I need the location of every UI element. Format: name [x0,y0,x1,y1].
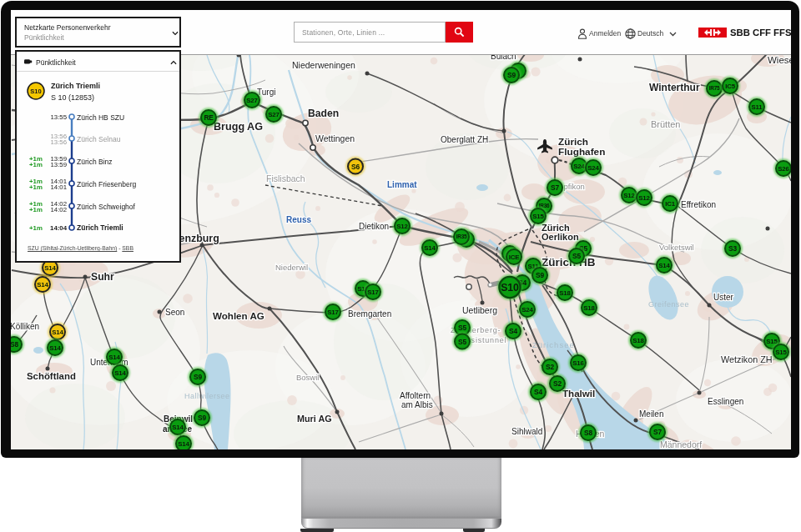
svg-text:S8: S8 [11,340,18,349]
svg-text:S14: S14 [44,264,56,272]
svg-text:S14: S14 [49,344,61,352]
svg-text:S14: S14 [52,329,63,336]
svg-text:S6: S6 [351,163,360,171]
svg-text:Bremgarten: Bremgarten [348,309,391,319]
svg-text:IC1: IC1 [665,200,675,208]
svg-text:Suhr: Suhr [91,271,114,283]
svg-text:Niederweningen: Niederweningen [292,60,355,70]
svg-text:S2: S2 [553,379,562,388]
svg-text:S2: S2 [546,363,554,371]
svg-text:S5: S5 [458,338,466,346]
svg-text:Uetliberg: Uetliberg [462,305,497,315]
svg-text:Oerlikon: Oerlikon [542,232,579,242]
svg-text:S9: S9 [536,271,544,279]
svg-text:Wiesendangen: Wiesendangen [768,55,791,65]
svg-text:S10: S10 [501,282,519,294]
svg-text:S4: S4 [534,388,542,396]
svg-text:S27: S27 [246,97,257,104]
svg-text:Esslingen: Esslingen [708,397,743,406]
svg-text:S14: S14 [658,262,670,269]
svg-text:S15: S15 [775,349,787,356]
svg-text:Effretikon: Effretikon [681,200,716,209]
svg-text:S9: S9 [507,71,516,79]
svg-text:Wettingen: Wettingen [315,133,355,143]
svg-text:RE: RE [204,113,214,122]
svg-text:Oberglatt ZH: Oberglatt ZH [441,135,488,144]
svg-text:S7: S7 [551,183,559,192]
svg-text:Limmat: Limmat [387,180,417,189]
svg-text:Reuss: Reuss [286,215,311,224]
svg-text:SBB CFF FFS: SBB CFF FFS [730,28,791,38]
svg-text:S14: S14 [114,369,126,377]
svg-text:Flughafen: Flughafen [558,146,605,158]
svg-text:S14: S14 [172,424,184,431]
svg-text:S5: S5 [572,252,581,260]
svg-text:S12: S12 [638,194,650,202]
svg-text:Niederwil: Niederwil [275,263,308,272]
svg-text:S12: S12 [623,192,635,199]
svg-text:Sihlwald: Sihlwald [511,427,542,436]
svg-text:Brütten: Brütten [651,119,680,129]
svg-text:S4: S4 [509,327,517,335]
svg-text:Winterthur: Winterthur [649,82,700,93]
svg-text:Affoltern: Affoltern [400,391,431,400]
svg-text:Schöftland: Schöftland [27,371,76,381]
svg-text:S14: S14 [108,354,120,361]
svg-text:S12: S12 [396,223,408,230]
svg-text:S24: S24 [587,164,599,172]
svg-text:Boswil: Boswil [296,373,319,382]
svg-text:S11: S11 [752,103,763,111]
svg-text:Seon: Seon [165,308,184,317]
svg-text:Dietikon: Dietikon [359,222,389,231]
svg-text:S14: S14 [424,244,436,252]
svg-text:Meilen: Meilen [639,409,663,419]
svg-text:am Albis: am Albis [401,400,433,409]
svg-text:Brugg AG: Brugg AG [214,121,263,133]
svg-text:Muri AG: Muri AG [297,414,332,424]
svg-text:S24: S24 [521,306,533,314]
svg-text:Männedorf: Männedorf [660,439,702,449]
svg-text:Wohlen AG: Wohlen AG [213,310,264,321]
svg-text:S5: S5 [458,324,466,332]
svg-text:S15: S15 [532,213,544,220]
svg-text:IR35: IR35 [456,233,467,239]
svg-text:S17: S17 [327,309,338,316]
svg-text:IC5: IC5 [725,83,735,90]
svg-text:ICE: ICE [509,253,519,261]
svg-text:Kölliken: Kölliken [11,322,39,331]
svg-text:S18: S18 [583,304,595,312]
svg-text:Thalwil: Thalwil [562,388,595,399]
svg-text:Greifensee: Greifensee [648,300,689,309]
svg-text:IR75: IR75 [709,85,720,91]
svg-text:S16: S16 [572,359,584,367]
svg-text:S8: S8 [584,429,592,437]
svg-text:Uster: Uster [713,293,734,302]
svg-text:S17: S17 [367,289,378,296]
svg-text:S14: S14 [178,440,189,448]
svg-text:Wetzikon ZH: Wetzikon ZH [721,354,773,364]
svg-text:S27: S27 [268,111,279,118]
svg-text:S26: S26 [778,165,789,173]
svg-text:S10: S10 [30,88,41,95]
svg-text:S9: S9 [198,414,206,422]
svg-text:S3: S3 [728,244,737,253]
svg-text:Hallwilersee: Hallwilersee [184,392,230,400]
svg-text:Fislisbach: Fislisbach [266,173,305,183]
svg-text:S18: S18 [559,289,571,297]
svg-text:S14: S14 [37,281,48,289]
svg-text:S9: S9 [194,373,202,381]
svg-text:Baden: Baden [308,108,339,119]
svg-text:S18: S18 [632,337,644,344]
svg-text:Volketswil: Volketswil [659,243,694,252]
svg-text:S7: S7 [653,428,662,436]
